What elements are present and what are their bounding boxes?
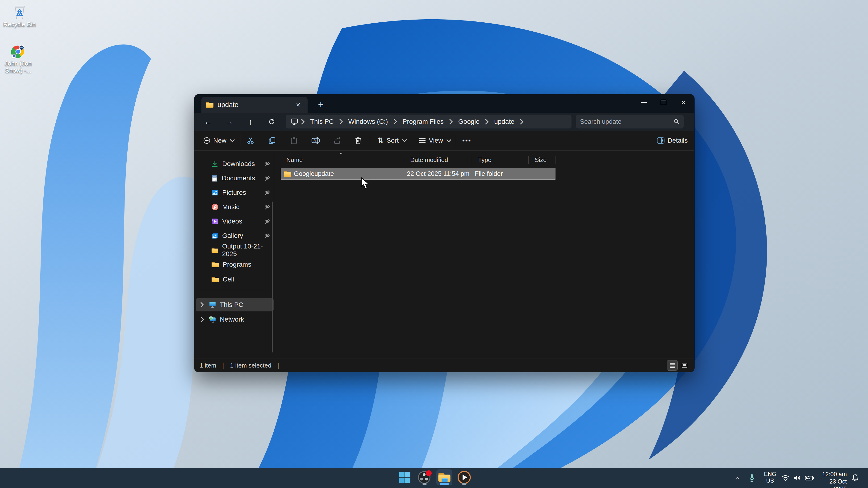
sidebar-item-label: Gallery xyxy=(222,232,243,239)
rename-icon xyxy=(311,137,320,144)
refresh-button[interactable] xyxy=(265,115,278,128)
details-pane-button[interactable]: Details xyxy=(653,133,691,148)
new-plus-icon xyxy=(203,137,210,144)
sidebar-item-network[interactable]: Network xyxy=(196,313,274,326)
chevron-right-icon xyxy=(338,119,344,125)
column-header-date-modified[interactable]: Date modified xyxy=(404,156,472,164)
running-indicator xyxy=(423,483,427,485)
sidebar-scrollbar[interactable] xyxy=(272,201,273,352)
back-button[interactable]: ← xyxy=(202,115,215,128)
sort-label: Sort xyxy=(386,137,399,144)
cut-button[interactable] xyxy=(243,133,257,148)
network-icon xyxy=(209,316,216,323)
sidebar-item-documents[interactable]: Documents xyxy=(196,172,274,185)
taskbar-obs-button[interactable] xyxy=(416,469,433,485)
volume-status[interactable] xyxy=(792,473,802,483)
obs-recording-icon xyxy=(417,470,432,484)
column-header-type[interactable]: Type xyxy=(472,156,529,164)
sidebar-item-pictures[interactable]: Pictures xyxy=(196,186,274,199)
start-button[interactable] xyxy=(397,469,413,485)
sidebar-item-label: Cell xyxy=(223,275,234,283)
search-input[interactable] xyxy=(580,118,673,125)
notification-center-button[interactable] xyxy=(849,473,861,483)
close-button[interactable]: × xyxy=(676,96,691,109)
details-view-toggle[interactable] xyxy=(667,360,677,370)
sidebar-item-output-folder[interactable]: Output 10-21-2025 xyxy=(196,243,274,257)
minimize-button[interactable] xyxy=(636,96,651,109)
pin-icon xyxy=(265,219,270,224)
microphone-indicator[interactable] xyxy=(747,471,757,484)
taskbar-media-player-button[interactable] xyxy=(456,469,472,485)
file-date-modified: 22 Oct 2025 11:54 pm xyxy=(407,170,469,177)
new-button[interactable]: New xyxy=(200,133,239,148)
chevron-right-icon[interactable] xyxy=(199,316,205,323)
breadcrumb-update[interactable]: update xyxy=(492,118,517,125)
divider xyxy=(456,135,456,146)
language-switcher[interactable]: ENG US xyxy=(762,471,779,485)
status-bar: 1 item | 1 item selected | xyxy=(194,359,694,372)
address-bar-row: ← → ↑ This PC Windows (C:) Program Files… xyxy=(194,113,694,131)
breadcrumb-program-files[interactable]: Program Files xyxy=(400,118,446,125)
sidebar-item-programs-folder[interactable]: Programs xyxy=(196,258,274,271)
sidebar-item-music[interactable]: Music xyxy=(196,200,274,214)
desktop-icon-chrome-profile[interactable]: John (Jon Snow) -... xyxy=(3,45,33,74)
maximize-button[interactable] xyxy=(656,96,671,109)
wifi-status[interactable] xyxy=(780,473,790,483)
taskbar-file-explorer-button[interactable] xyxy=(436,469,453,485)
clock[interactable]: 12:00 am 23 Oct 2025 xyxy=(816,470,847,486)
breadcrumb-google[interactable]: Google xyxy=(456,118,482,125)
trash-icon xyxy=(355,137,362,144)
chevron-right-icon[interactable] xyxy=(199,302,205,308)
battery-status[interactable] xyxy=(804,474,815,483)
column-header-name[interactable]: Name xyxy=(280,156,404,164)
sidebar-item-videos[interactable]: Videos xyxy=(196,215,274,228)
new-tab-button[interactable]: + xyxy=(315,99,327,111)
videos-icon xyxy=(211,218,218,225)
maximize-icon xyxy=(661,100,666,105)
search-box[interactable] xyxy=(576,115,684,129)
forward-button: → xyxy=(223,115,236,128)
chevron-right-icon xyxy=(484,119,490,125)
main-area: Downloads Documents Pictures Music Video xyxy=(194,151,694,359)
breadcrumb-this-pc[interactable]: This PC xyxy=(308,118,336,125)
view-label: View xyxy=(429,137,443,144)
sidebar-separator xyxy=(197,290,271,290)
file-row-googleupdate[interactable]: Googleupdate 22 Oct 2025 11:54 pm File f… xyxy=(281,168,555,180)
divider xyxy=(371,135,371,146)
sidebar-item-downloads[interactable]: Downloads xyxy=(196,157,274,170)
sidebar-item-cell-folder[interactable]: Cell xyxy=(196,273,274,286)
tab-close-button[interactable]: × xyxy=(293,99,303,110)
divider xyxy=(241,135,241,146)
sidebar-item-gallery[interactable]: Gallery xyxy=(196,229,274,242)
clock-time: 12:00 am xyxy=(816,470,847,478)
battery-charging-icon xyxy=(805,475,814,481)
rename-button[interactable] xyxy=(308,133,323,148)
sidebar-item-label: Downloads xyxy=(222,160,255,168)
pin-icon xyxy=(265,233,270,238)
details-view-icon xyxy=(669,362,676,368)
tray-overflow-button[interactable] xyxy=(732,474,743,482)
item-count: 1 item xyxy=(199,362,216,369)
view-button[interactable]: View xyxy=(415,133,455,148)
desktop-icon-recycle-bin[interactable]: Recycle Bin xyxy=(2,4,37,28)
more-options-button[interactable]: ••• xyxy=(459,133,474,148)
thumbnail-view-toggle[interactable] xyxy=(679,360,690,370)
up-button[interactable]: ↑ xyxy=(244,115,257,128)
copy-button[interactable] xyxy=(265,133,279,148)
chevron-right-icon xyxy=(300,119,306,125)
navigation-pane: Downloads Documents Pictures Music Video xyxy=(194,151,275,359)
view-lines-icon xyxy=(419,137,426,144)
delete-button[interactable] xyxy=(351,133,365,148)
speaker-icon xyxy=(793,475,801,481)
media-player-icon xyxy=(457,470,471,484)
sort-button[interactable]: ⇅ Sort xyxy=(374,133,411,148)
microphone-icon xyxy=(749,474,755,482)
column-header-size[interactable]: Size xyxy=(529,156,555,164)
breadcrumb[interactable]: This PC Windows (C:) Program Files Googl… xyxy=(286,115,571,129)
search-icon xyxy=(673,119,680,125)
sidebar-item-this-pc[interactable]: This PC xyxy=(196,298,274,312)
breadcrumb-windows-c[interactable]: Windows (C:) xyxy=(346,118,390,125)
scissors-icon xyxy=(247,137,254,144)
tab-update[interactable]: update × xyxy=(202,97,308,113)
refresh-icon xyxy=(268,118,275,125)
